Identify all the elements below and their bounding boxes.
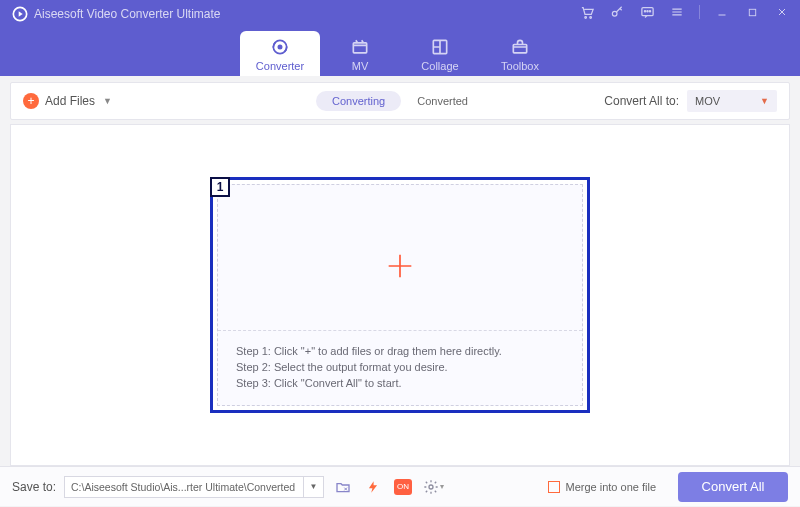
tab-label: Collage xyxy=(421,60,458,72)
chevron-down-icon: ▼ xyxy=(103,96,112,106)
svg-point-14 xyxy=(429,485,433,489)
cart-icon[interactable] xyxy=(579,4,595,20)
settings-button[interactable]: ▾ xyxy=(422,476,444,498)
output-format-select[interactable]: MOV ▼ xyxy=(687,90,777,112)
add-files-button[interactable]: + Add Files ▼ xyxy=(23,93,112,109)
tab-converting[interactable]: Converting xyxy=(316,91,401,111)
callout-badge: 1 xyxy=(210,177,230,197)
minimize-button[interactable] xyxy=(714,4,730,20)
add-plus-icon[interactable] xyxy=(383,249,417,283)
tab-label: Toolbox xyxy=(501,60,539,72)
svg-point-10 xyxy=(278,45,281,48)
collage-icon xyxy=(430,37,450,57)
maximize-button[interactable] xyxy=(744,4,760,20)
svg-point-1 xyxy=(584,16,586,18)
converter-icon xyxy=(270,37,290,57)
separator xyxy=(699,5,700,19)
svg-rect-11 xyxy=(353,43,366,53)
instruction-steps: Step 1: Click "+" to add files or drag t… xyxy=(218,330,582,405)
tab-toolbox[interactable]: Toolbox xyxy=(480,31,560,76)
step-text: Step 2: Select the output format you des… xyxy=(236,361,564,373)
menu-icon[interactable] xyxy=(669,4,685,20)
path-dropdown-button[interactable]: ▼ xyxy=(304,476,324,498)
workspace: 1 Step 1: Click "+" to add files or drag… xyxy=(10,124,790,466)
close-button[interactable] xyxy=(774,4,790,20)
merge-checkbox[interactable] xyxy=(548,481,560,493)
mv-icon xyxy=(350,37,370,57)
format-value: MOV xyxy=(695,95,720,107)
svg-point-2 xyxy=(589,16,591,18)
open-folder-button[interactable] xyxy=(332,476,354,498)
chevron-down-icon: ▼ xyxy=(760,96,769,106)
key-icon[interactable] xyxy=(609,4,625,20)
step-text: Step 3: Click "Convert All" to start. xyxy=(236,377,564,389)
app-title: Aiseesoft Video Converter Ultimate xyxy=(34,7,221,21)
drop-zone[interactable]: 1 Step 1: Click "+" to add files or drag… xyxy=(210,177,590,413)
toolbox-icon xyxy=(510,37,530,57)
gpu-accel-toggle[interactable]: ON xyxy=(392,476,414,498)
step-text: Step 1: Click "+" to add files or drag t… xyxy=(236,345,564,357)
app-logo: Aiseesoft Video Converter Ultimate xyxy=(12,4,221,24)
tab-collage[interactable]: Collage xyxy=(400,31,480,76)
svg-point-5 xyxy=(644,10,645,11)
svg-point-7 xyxy=(649,10,650,11)
save-path-field[interactable]: C:\Aiseesoft Studio\Ais...rter Ultimate\… xyxy=(64,476,304,498)
tab-converter[interactable]: Converter xyxy=(240,31,320,76)
tab-label: Converter xyxy=(256,60,304,72)
svg-rect-8 xyxy=(749,9,755,15)
convert-all-to-label: Convert All to: xyxy=(604,94,679,108)
svg-rect-13 xyxy=(513,45,526,53)
add-files-label: Add Files xyxy=(45,94,95,108)
save-to-label: Save to: xyxy=(12,480,56,494)
feedback-icon[interactable] xyxy=(639,4,655,20)
plus-icon: + xyxy=(23,93,39,109)
tab-label: MV xyxy=(352,60,369,72)
tab-converted[interactable]: Converted xyxy=(401,91,484,111)
main-tabs: Converter MV Collage Toolbox xyxy=(240,31,560,76)
svg-point-6 xyxy=(646,10,647,11)
merge-label: Merge into one file xyxy=(566,481,657,493)
tab-mv[interactable]: MV xyxy=(320,31,400,76)
high-speed-toggle[interactable] xyxy=(362,476,384,498)
convert-all-button[interactable]: Convert All xyxy=(678,472,788,502)
svg-point-3 xyxy=(612,11,617,16)
